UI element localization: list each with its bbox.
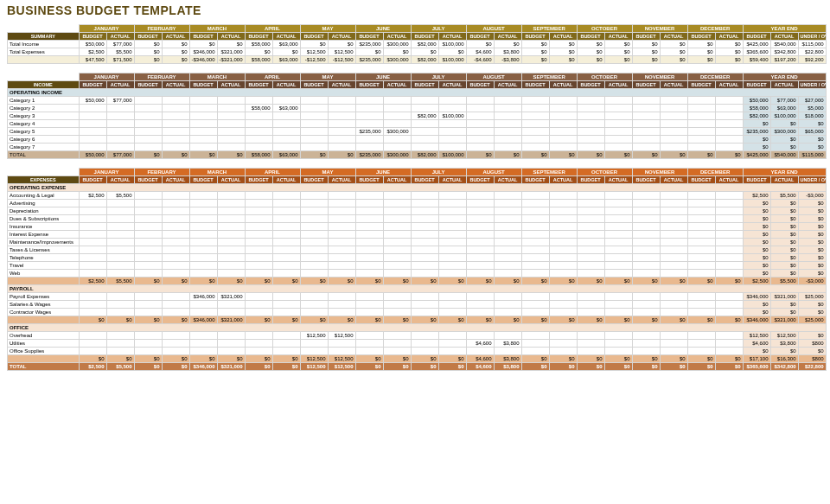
expenses-table: JANUARYFEBRUARYMARCHAPRILMAYJUNEJULYAUGU…	[7, 168, 827, 371]
summary-table: JANUARYFEBRUARYMARCHAPRILMAYJUNEJULYAUGU…	[7, 24, 827, 64]
page-title: BUSINESS BUDGET TEMPLATE	[0, 0, 830, 24]
income-table: JANUARYFEBRUARYMARCHAPRILMAYJUNEJULYAUGU…	[7, 73, 827, 159]
